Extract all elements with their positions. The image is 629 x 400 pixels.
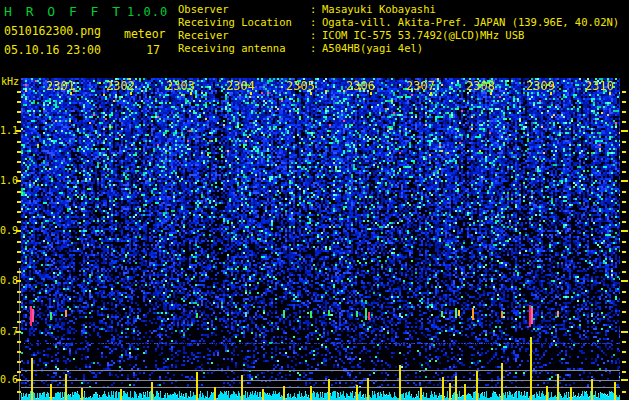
signal-spike: [262, 389, 264, 400]
minute-tick: [430, 92, 432, 95]
signal-spike: [449, 383, 451, 400]
meteor-echo-mark: [458, 310, 460, 316]
freq-major-tick: [16, 230, 21, 232]
right-minor-tick: [622, 351, 626, 353]
right-minor-tick: [622, 151, 626, 153]
right-minor-tick: [622, 391, 626, 393]
right-minor-tick: [622, 371, 626, 373]
signal-spike: [283, 386, 285, 400]
time-label: 2305: [283, 79, 315, 93]
freq-minor-tick: [17, 371, 21, 373]
signal-spike: [65, 374, 67, 400]
minute-tick: [250, 92, 252, 95]
signal-spike: [196, 372, 198, 400]
meteor-echo-mark: [501, 311, 503, 318]
meteor-echo-mark: [65, 310, 67, 317]
meteor-echo-mark: [283, 310, 285, 318]
right-minor-tick: [622, 291, 626, 293]
info-row-location: Receiving Location:Ogata-vill. Akita-Pre…: [178, 16, 619, 29]
freq-minor-tick: [17, 391, 21, 393]
meteor-echo-mark: [472, 308, 474, 320]
info-row-antenna: Receiving antenna:A504HB(yagi 4el): [178, 42, 619, 55]
freq-minor-tick: [17, 291, 21, 293]
meteor-echo-mark: [441, 311, 443, 317]
meteor-echo-mark: [365, 308, 367, 320]
freq-minor-tick: [17, 271, 21, 273]
freq-minor-tick: [17, 221, 21, 223]
signal-spike: [591, 379, 593, 400]
right-minor-tick: [622, 221, 626, 223]
signal-spike: [614, 382, 616, 400]
info-value: Ogata-vill. Akita-Pref. JAPAN (139.96E, …: [322, 16, 619, 29]
info-colon: :: [310, 42, 322, 55]
hrofft-window: H R O F F T 1.0.0 0510162300.png meteor …: [0, 0, 629, 400]
right-minor-tick: [622, 161, 626, 163]
info-value: ICOM IC-575 53.7492(@LCD)MHz USB: [322, 29, 524, 42]
freq-minor-tick: [17, 141, 21, 143]
right-minor-tick: [622, 301, 626, 303]
minute-tick: [190, 92, 192, 95]
minute-tick: [490, 92, 492, 95]
time-label: 2303: [163, 79, 195, 93]
freq-minor-tick: [17, 171, 21, 173]
freq-minor-tick: [17, 201, 21, 203]
info-value: Masayuki Kobayashi: [322, 3, 436, 16]
signal-spike: [420, 387, 422, 400]
right-major-tick: [621, 230, 628, 232]
datetime-label: 05.10.16 23:00: [4, 43, 101, 57]
signal-spike: [442, 377, 444, 400]
signal-spike: [241, 375, 243, 400]
meteor-echo-mark: [455, 308, 457, 318]
freq-tick-label: 0.9: [0, 225, 16, 236]
freq-minor-tick: [17, 351, 21, 353]
freq-minor-tick: [17, 241, 21, 243]
freq-minor-tick: [17, 361, 21, 363]
freq-minor-tick: [17, 111, 21, 113]
freq-minor-tick: [17, 161, 21, 163]
info-label: Receiving Location: [178, 16, 310, 29]
right-minor-tick: [622, 121, 626, 123]
freq-minor-tick: [17, 151, 21, 153]
minute-tick: [310, 92, 312, 95]
right-major-tick: [621, 331, 628, 333]
freq-minor-tick: [17, 321, 21, 323]
meteor-count: 17: [136, 43, 160, 57]
freq-minor-tick: [17, 301, 21, 303]
right-minor-tick: [622, 191, 626, 193]
right-major-tick: [621, 280, 628, 282]
minute-tick: [130, 92, 132, 95]
time-label: 2304: [223, 79, 255, 93]
minute-tick: [550, 92, 552, 95]
time-label: 2309: [523, 79, 555, 93]
freq-minor-tick: [17, 261, 21, 263]
info-colon: :: [310, 16, 322, 29]
meteor-echo-mark: [399, 313, 401, 317]
right-major-tick: [621, 130, 628, 132]
info-colon: :: [310, 3, 322, 16]
meteor-echo-mark: [356, 311, 358, 317]
output-filename: 0510162300.png: [4, 24, 101, 38]
right-minor-tick: [622, 241, 626, 243]
meteor-echo-mark: [557, 311, 559, 317]
signal-spike: [367, 378, 369, 400]
meteor-echo-mark: [328, 310, 330, 316]
signal-spike: [557, 374, 559, 400]
signal-spike: [81, 388, 83, 400]
freq-tick-label: 1.1: [0, 125, 16, 136]
time-label: 2302: [103, 79, 135, 93]
signal-spike: [151, 382, 153, 400]
freq-tick-label: 0.8: [0, 275, 16, 286]
right-minor-tick: [622, 201, 626, 203]
freq-axis-unit: kHz: [1, 76, 19, 87]
signal-spike: [31, 358, 33, 400]
right-minor-tick: [622, 111, 626, 113]
signal-spike: [50, 384, 52, 400]
signal-spike: [546, 386, 548, 400]
freq-major-tick: [16, 180, 21, 182]
meteor-echo-mark: [196, 313, 198, 318]
freq-minor-tick: [17, 311, 21, 313]
info-label: Receiver: [178, 29, 310, 42]
right-minor-tick: [622, 261, 626, 263]
time-label: 2306: [343, 79, 375, 93]
meteor-echo-mark: [32, 309, 34, 322]
